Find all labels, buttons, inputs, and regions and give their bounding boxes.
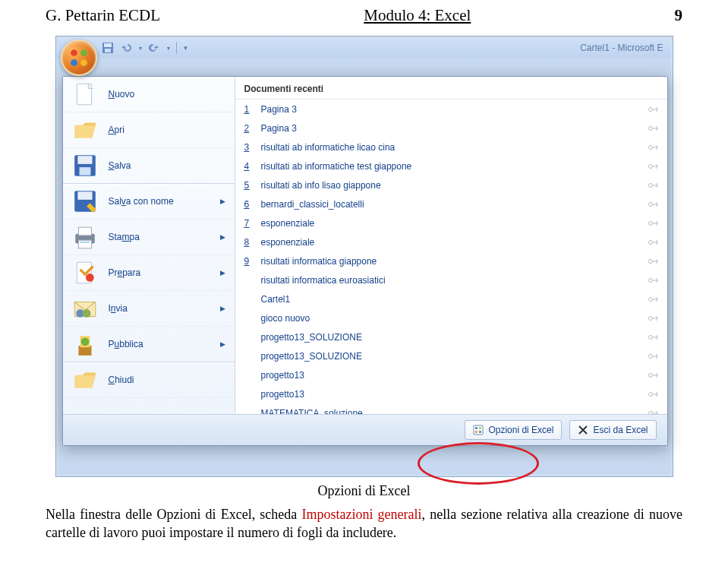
svg-rect-10 bbox=[79, 167, 90, 175]
recent-label: Pagina 3 bbox=[257, 104, 648, 115]
menu-item-prepare[interactable]: Prepara▶ bbox=[63, 255, 235, 291]
recent-label: risultati informatica euroasiatici bbox=[257, 275, 648, 286]
pin-icon[interactable] bbox=[648, 199, 660, 210]
recent-label: esponenziale bbox=[257, 237, 648, 248]
recent-document[interactable]: risultati informatica euroasiatici bbox=[235, 270, 667, 289]
recent-document[interactable]: 1Pagina 3 bbox=[235, 100, 667, 119]
pin-icon[interactable] bbox=[648, 389, 660, 400]
menu-label: Stampa bbox=[109, 232, 220, 242]
recent-document[interactable]: 9risultati informatica giappone bbox=[235, 251, 667, 270]
customize-dropdown-icon[interactable]: ▼ bbox=[183, 43, 187, 52]
recent-number: 2 bbox=[244, 123, 257, 134]
excel-screenshot: ▼ ▼ ▼ Cartel1 - Microsoft E NuovoApriSal… bbox=[55, 36, 673, 477]
menu-item-publish[interactable]: Pubblica▶ bbox=[63, 327, 235, 362]
svg-point-40 bbox=[648, 392, 652, 396]
menu-footer: Opzioni di Excel Esci da Excel bbox=[63, 414, 667, 445]
pin-icon[interactable] bbox=[648, 313, 660, 324]
dropdown-icon[interactable]: ▼ bbox=[166, 43, 170, 52]
pin-icon[interactable] bbox=[648, 351, 660, 362]
save-icon[interactable] bbox=[102, 42, 114, 54]
menu-item-new[interactable]: Nuovo bbox=[63, 77, 235, 112]
recent-document[interactable]: 3risultati ab informatiche licao cina bbox=[235, 138, 667, 156]
submenu-arrow-icon: ▶ bbox=[220, 305, 228, 312]
pin-icon[interactable] bbox=[648, 275, 660, 286]
recent-label: risultati ab info lisao giappone bbox=[257, 180, 648, 191]
save-icon bbox=[72, 153, 98, 179]
recent-document[interactable]: 5risultati ab info lisao giappone bbox=[235, 175, 667, 194]
recent-document[interactable]: progetto13 bbox=[235, 384, 667, 403]
window-title: Cartel1 - Microsoft E bbox=[580, 43, 663, 53]
menu-label: Salva bbox=[109, 160, 228, 171]
recent-label: risultati ab informatiche test giappone bbox=[257, 161, 648, 172]
recent-label: gioco nuovo bbox=[257, 313, 648, 324]
exit-excel-button[interactable]: Esci da Excel bbox=[569, 420, 656, 440]
header-page-number: 9 bbox=[675, 6, 683, 25]
svg-point-24 bbox=[80, 338, 89, 346]
body-text-highlight: Impostazioni generali bbox=[301, 507, 421, 522]
print-icon bbox=[72, 224, 98, 250]
pin-icon[interactable] bbox=[648, 161, 660, 172]
pin-icon[interactable] bbox=[648, 104, 660, 115]
excel-options-button[interactable]: Opzioni di Excel bbox=[465, 420, 562, 440]
pin-icon[interactable] bbox=[648, 218, 660, 229]
menu-label: Prepara bbox=[109, 267, 220, 278]
menu-item-open[interactable]: Apri bbox=[63, 112, 235, 148]
recent-document[interactable]: progetto13_SOLUZIONE bbox=[235, 346, 667, 365]
svg-rect-43 bbox=[475, 427, 477, 429]
submenu-arrow-icon: ▶ bbox=[220, 269, 228, 277]
recent-document[interactable]: 6bernardi_classici_locatelli bbox=[235, 194, 667, 213]
send-icon bbox=[72, 296, 98, 321]
prepare-icon bbox=[72, 260, 98, 286]
recent-number: 8 bbox=[244, 237, 257, 248]
publish-icon bbox=[72, 331, 98, 357]
recent-list: 1Pagina 32Pagina 33risultati ab informat… bbox=[235, 100, 667, 422]
recent-label: bernardi_classici_locatelli bbox=[257, 199, 648, 210]
menu-label: Pubblica bbox=[109, 339, 220, 349]
svg-point-35 bbox=[648, 297, 652, 301]
svg-point-5 bbox=[71, 59, 77, 66]
pin-icon[interactable] bbox=[648, 256, 660, 267]
recent-number: 6 bbox=[244, 199, 257, 210]
svg-rect-16 bbox=[80, 242, 90, 242]
pin-icon[interactable] bbox=[648, 332, 660, 343]
recent-document[interactable]: 4risultati ab informatiche test giappone bbox=[235, 156, 667, 175]
svg-rect-2 bbox=[105, 49, 111, 52]
office-button[interactable] bbox=[61, 40, 97, 76]
svg-point-34 bbox=[648, 278, 652, 282]
submenu-arrow-icon: ▶ bbox=[220, 198, 228, 205]
svg-rect-15 bbox=[78, 240, 91, 248]
svg-point-32 bbox=[648, 240, 652, 244]
menu-item-save[interactable]: Salva bbox=[63, 148, 235, 184]
recent-document[interactable]: 7esponenziale bbox=[235, 213, 667, 232]
pin-icon[interactable] bbox=[648, 237, 660, 248]
recent-document[interactable]: progetto13 bbox=[235, 365, 667, 384]
pin-icon[interactable] bbox=[648, 180, 660, 191]
recent-document[interactable]: gioco nuovo bbox=[235, 308, 667, 327]
recent-header: Documenti recenti bbox=[235, 77, 667, 100]
pin-icon[interactable] bbox=[648, 142, 660, 153]
menu-item-close[interactable]: Chiudi bbox=[63, 362, 235, 398]
recent-number: 5 bbox=[244, 180, 257, 191]
recent-label: progetto13 bbox=[257, 389, 648, 400]
recent-label: Cartel1 bbox=[257, 294, 648, 305]
svg-rect-12 bbox=[77, 191, 92, 200]
pin-icon[interactable] bbox=[648, 294, 660, 305]
dropdown-icon[interactable]: ▼ bbox=[138, 43, 142, 52]
header-author: G. Pettarin ECDL bbox=[46, 6, 160, 25]
undo-icon[interactable] bbox=[120, 42, 132, 54]
title-bar: ▼ ▼ ▼ Cartel1 - Microsoft E bbox=[58, 38, 671, 58]
recent-document[interactable]: 2Pagina 3 bbox=[235, 119, 667, 138]
recent-document[interactable]: progetto13_SOLUZIONE bbox=[235, 327, 667, 346]
recent-document[interactable]: Cartel1 bbox=[235, 289, 667, 308]
menu-commands: NuovoApriSalvaSalva con nome▶Stampa▶Prep… bbox=[63, 77, 235, 415]
pin-icon[interactable] bbox=[648, 123, 660, 134]
svg-point-37 bbox=[648, 335, 652, 339]
svg-point-4 bbox=[80, 49, 87, 56]
menu-item-send[interactable]: Invia▶ bbox=[63, 291, 235, 327]
menu-item-print[interactable]: Stampa▶ bbox=[63, 220, 235, 255]
menu-item-saveas[interactable]: Salva con nome▶ bbox=[63, 184, 235, 220]
svg-point-25 bbox=[648, 107, 652, 111]
redo-icon[interactable] bbox=[148, 42, 160, 54]
recent-document[interactable]: 8esponenziale bbox=[235, 232, 667, 251]
pin-icon[interactable] bbox=[648, 370, 660, 381]
